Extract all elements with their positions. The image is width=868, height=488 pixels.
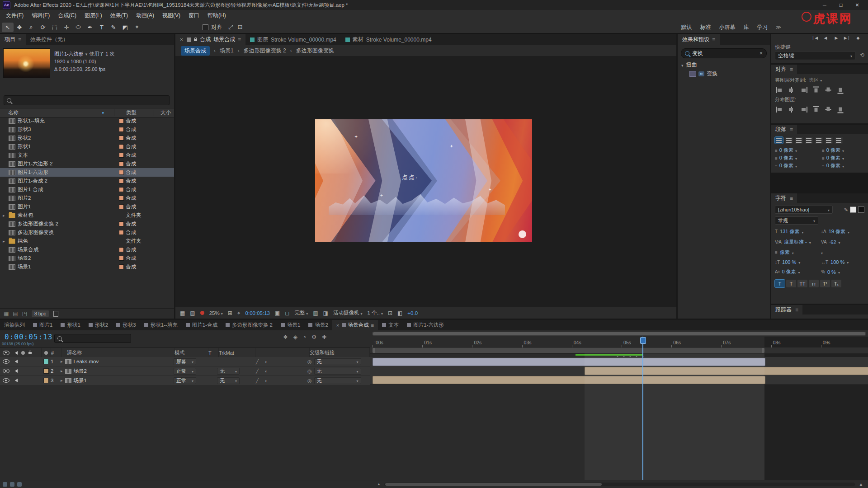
timeline-tab[interactable]: 形状2 (85, 320, 112, 330)
breadcrumb-item[interactable]: 场景合成 (181, 46, 210, 56)
blend-mode-dropdown[interactable]: 正常 (174, 377, 196, 384)
show-snapshot-icon[interactable]: ◻ (285, 310, 289, 316)
parent-dropdown[interactable]: 无 (314, 368, 361, 375)
timeline-tab[interactable]: 场景2 (304, 320, 332, 330)
faux-style-button[interactable]: ᴛᴛ (809, 280, 819, 287)
label-color-chip[interactable] (119, 248, 123, 252)
workspace-tab[interactable]: 库 (739, 22, 753, 33)
column-size[interactable]: 大小 (154, 109, 174, 116)
场景合成[interactable]: 场景合成 合成 (0, 245, 174, 254)
align-text-left-button[interactable] (775, 137, 783, 144)
label-color-chip[interactable] (119, 256, 123, 260)
label-color-chip[interactable] (119, 127, 123, 131)
timeline-tab[interactable]: 多边形图像变换 2 (222, 320, 277, 330)
panel-menu-icon[interactable] (18, 37, 21, 43)
composition-viewport[interactable]: ✦ ✦ + + 点点· (175, 56, 676, 307)
panel-menu-icon[interactable] (790, 127, 793, 133)
paragraph-spacing-field[interactable]: 0 像素 (775, 155, 817, 161)
label-color-chip[interactable] (119, 153, 123, 157)
expander-icon[interactable] (3, 239, 6, 244)
menu-item[interactable]: 视图(V) (158, 10, 184, 21)
label-color-chip[interactable] (119, 145, 123, 149)
workspace-tab[interactable]: 学习 (753, 22, 772, 33)
menu-item[interactable]: 窗口 (184, 10, 203, 21)
distribute-left-button[interactable] (813, 105, 820, 114)
distribute-top-button[interactable] (775, 106, 784, 113)
pickwhip-icon[interactable]: ◎ (307, 368, 312, 374)
timeline-zoom-scrollbar[interactable] (384, 483, 855, 486)
label-color-chip[interactable] (119, 205, 123, 209)
tab-align[interactable]: 对齐 (771, 65, 797, 74)
effect-item-transform[interactable]: 变换 (689, 70, 717, 78)
图片1-六边形[interactable]: 图片1-六边形 合成 (0, 168, 174, 177)
align-right-button[interactable] (799, 87, 808, 94)
grid-guides-icon[interactable]: ⊞ (228, 310, 232, 316)
paragraph-spacing-field[interactable]: 0 像素 (822, 155, 864, 161)
effects-search-input[interactable]: 变换 × (681, 48, 767, 58)
timeline-tab[interactable]: 图片1-合成 (182, 320, 222, 330)
label-color-chip[interactable] (119, 136, 123, 140)
close-button[interactable]: ✕ (849, 0, 865, 9)
label-color-chip[interactable] (119, 188, 123, 192)
column-type[interactable]: 类型 (114, 109, 154, 116)
parent-dropdown[interactable]: 无 (314, 358, 361, 365)
distribute-right-button[interactable] (837, 105, 844, 114)
图片1-合成 2[interactable]: 图片1-合成 2 合成 (0, 177, 174, 185)
maximize-button[interactable]: □ (833, 0, 849, 9)
align-top-button[interactable] (813, 86, 820, 95)
paragraph-spacing-field[interactable]: 0 像素 (775, 162, 817, 169)
eyedropper-icon[interactable] (844, 206, 848, 213)
mode-column-header[interactable]: 模式 (175, 348, 208, 357)
timeline-tab[interactable]: 渲染队列 (0, 320, 29, 330)
rotation-tool[interactable]: ⟳ (37, 23, 49, 32)
current-time-display[interactable]: 0:00:05:13 (5, 333, 52, 341)
expand-transfer-controls-icon[interactable] (10, 482, 14, 487)
label-color-chip[interactable] (119, 222, 123, 226)
parent-link-column-header[interactable]: 父级和链接 (310, 348, 370, 357)
zoom-out-icon[interactable]: ▲ (377, 482, 381, 486)
baseline-shift-field[interactable]: Aᵃ0 像素 (775, 268, 818, 275)
场景1[interactable]: 3 场景1 正常 无 ╱◐ ◎ 无 (0, 376, 370, 385)
label-color-chip[interactable] (119, 179, 123, 183)
timeline-tab[interactable]: 场景合成 (332, 320, 378, 330)
zoom-in-icon[interactable]: ▲ (859, 482, 863, 487)
menu-item[interactable]: 图层(L) (80, 10, 106, 21)
work-area-bar[interactable] (373, 348, 764, 353)
纯色[interactable]: 纯色 文件夹 (0, 237, 174, 245)
align-text-center-button[interactable] (785, 137, 793, 144)
tracking-field[interactable]: VA-62 (821, 239, 864, 245)
justify-all-button[interactable] (835, 137, 843, 144)
motion-blur-icon[interactable]: ✚ (322, 334, 326, 340)
track-matte-dropdown[interactable]: 无 (217, 368, 240, 375)
多边形图像变换[interactable]: 多边形图像变换 合成 (0, 228, 174, 237)
horizontal-scale-field[interactable]: ↔T100 % (821, 259, 864, 265)
workspace-tab[interactable]: 标准 (696, 22, 715, 33)
vertical-scale-field[interactable]: ↕T100 % (775, 259, 818, 265)
timeline-tab[interactable]: 场景1 (277, 320, 304, 330)
label-color-chip[interactable] (119, 170, 123, 174)
justify-last-right-button[interactable] (825, 137, 833, 144)
expand-icon[interactable]: ⤢ (228, 23, 233, 31)
leading-field[interactable]: ↕A19 像素 (821, 228, 864, 235)
breadcrumb-item[interactable]: 多边形图像变换 (290, 47, 334, 55)
形状1[interactable]: 形状1 合成 (0, 142, 174, 151)
snap-checkbox[interactable] (203, 24, 208, 30)
kerning-field[interactable]: V∕A度量标准 - (775, 239, 818, 245)
stroke-width-field[interactable]: ≡像素 (775, 249, 818, 256)
场景2[interactable]: 场景2 合成 (0, 254, 174, 263)
align-to-dropdown[interactable]: 选区 (809, 77, 822, 84)
多边形图像变换 2[interactable]: 多边形图像变换 2 合成 (0, 220, 174, 228)
layer-audio-icon[interactable] (13, 379, 18, 382)
tab-paragraph[interactable]: 段落 (771, 125, 797, 134)
rulers-icon[interactable]: ⌖ (237, 310, 241, 316)
paragraph-spacing-field[interactable]: 0 像素 (775, 147, 817, 154)
reset-icon[interactable]: ⟲ (860, 52, 864, 58)
tab-effect-controls[interactable]: 效果控件（无） (26, 34, 73, 45)
exposure-value[interactable]: +0.0 (407, 310, 418, 316)
label-color-chip[interactable] (119, 265, 123, 269)
channel-icon[interactable]: ◨ (323, 310, 328, 316)
paragraph-spacing-field[interactable]: 0 像素 (822, 147, 864, 154)
draft3d-icon[interactable]: ◈ (293, 334, 297, 340)
composition-image[interactable]: ✦ ✦ + + 点点· (315, 119, 532, 242)
breadcrumb-item[interactable]: 多边形图像变换 2 (238, 47, 286, 55)
